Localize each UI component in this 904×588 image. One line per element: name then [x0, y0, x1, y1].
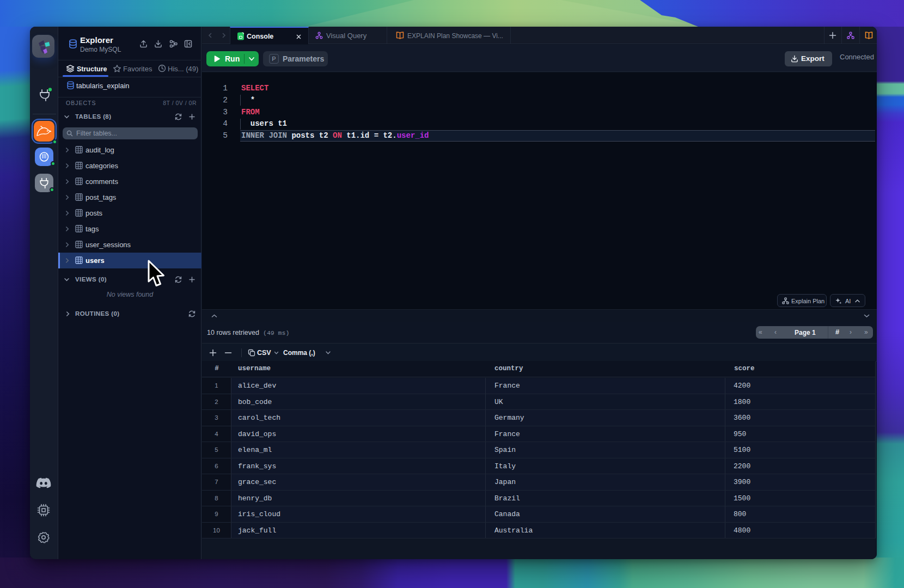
svg-text:P: P — [272, 56, 276, 62]
